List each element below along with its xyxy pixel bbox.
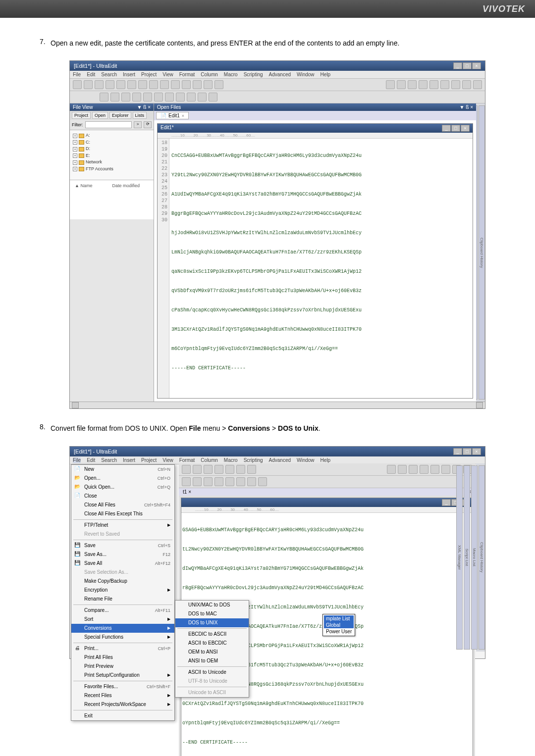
tab-close-icon[interactable]: × (188, 489, 191, 495)
tree-item[interactable]: +FTP Accounts (73, 166, 151, 173)
menu-item[interactable]: Format (179, 72, 195, 77)
toolbar-button[interactable] (73, 80, 82, 89)
side-tab[interactable]: Project (72, 112, 91, 119)
menu-item[interactable]: Sort▶ (71, 615, 174, 624)
expand-icon[interactable]: + (73, 167, 77, 171)
menu-item[interactable]: Rename File (71, 595, 174, 604)
toolbar-button[interactable] (132, 93, 141, 101)
close-button[interactable]: × (472, 448, 481, 455)
menu-item[interactable]: Window (297, 72, 315, 77)
toolbar-button[interactable] (116, 80, 125, 89)
menu-item[interactable]: Project (141, 72, 157, 77)
toolbar-button[interactable] (182, 477, 191, 486)
submenu-item[interactable]: ASCII to Unicode (175, 668, 249, 677)
toolbar-button[interactable] (127, 80, 136, 89)
menu-item[interactable]: Recent Projects/WorkSpace▶ (71, 700, 174, 709)
menu-item[interactable]: Search (101, 457, 117, 463)
toolbar-button[interactable] (193, 80, 202, 89)
minimize-button[interactable]: _ (453, 62, 462, 69)
menu-item[interactable]: Scripting (244, 72, 263, 77)
menu-item[interactable]: 📄NewCtrl+N (71, 465, 174, 474)
menu-item[interactable]: 💾Save As...F12 (71, 550, 174, 559)
go-button[interactable]: > (134, 121, 142, 128)
toolbar-button[interactable] (409, 465, 418, 474)
menu-item[interactable]: Conversions▶ (71, 624, 174, 633)
maximize-button[interactable]: □ (451, 125, 460, 132)
toolbar-button[interactable] (187, 93, 196, 101)
toolbar-button[interactable] (204, 477, 213, 486)
toolbar-button[interactable] (214, 80, 223, 89)
toolbar-button[interactable] (138, 80, 147, 89)
toolbar-button[interactable] (182, 465, 191, 474)
menu-item[interactable]: File (73, 72, 81, 77)
toolbar-button[interactable] (236, 465, 245, 474)
toolbar-button[interactable] (398, 465, 407, 474)
toolbar-button[interactable] (225, 465, 234, 474)
menu-item[interactable]: View (162, 457, 173, 463)
menu-item[interactable]: Help (321, 457, 331, 463)
toolbar-button[interactable] (121, 93, 130, 101)
popup-item[interactable]: Power User (324, 628, 354, 635)
toolbar-button[interactable] (100, 93, 108, 101)
side-tab[interactable]: Open (92, 112, 108, 119)
right-tab[interactable]: Script List (464, 465, 470, 650)
menu-item[interactable]: File (73, 457, 81, 463)
side-tab[interactable]: Explorer (109, 112, 131, 119)
minimize-button[interactable]: _ (453, 448, 462, 455)
maximize-button[interactable]: □ (463, 62, 472, 69)
menu-item[interactable]: Advanced (269, 457, 291, 463)
toolbar-button[interactable] (419, 80, 428, 89)
code-text[interactable]: CnCCSAGG+EUBBxUwMTAvBggrBgEFBQcCARYjaHR0… (169, 139, 364, 398)
panel-buttons[interactable]: ▼ ß × (460, 104, 473, 110)
toolbar-button[interactable] (149, 80, 158, 89)
scroll-left-icon[interactable] (72, 402, 79, 408)
tree-item[interactable]: +C: (73, 139, 151, 146)
menu-item[interactable]: Help (321, 72, 331, 77)
toolbar-button[interactable] (387, 465, 396, 474)
code-area[interactable]: 18 19 20 21 22 23 24 25 26 27 28 29 (158, 139, 473, 398)
submenu-item[interactable]: ASCII to EBCDIC (175, 639, 249, 648)
menu-item[interactable]: Advanced (269, 72, 291, 77)
toolbar-button[interactable] (236, 477, 245, 486)
menu-item[interactable]: Project (141, 457, 157, 463)
toolbar-button[interactable] (176, 93, 185, 101)
refresh-button[interactable]: ⟳ (144, 121, 152, 128)
menu-item[interactable]: 📄Close (71, 492, 174, 501)
menu-item[interactable]: Macro (224, 72, 238, 77)
menu-item[interactable]: 💾Save AllAlt+F12 (71, 559, 174, 568)
menu-item[interactable]: 📂Quick Open...Ctrl+Q (71, 483, 174, 492)
submenu-item[interactable]: ANSI to OEM (175, 656, 249, 665)
close-button[interactable]: × (461, 125, 470, 132)
toolbar-button[interactable] (386, 80, 395, 89)
menu-item[interactable]: Close All FilesCtrl+Shift+F4 (71, 501, 174, 509)
submenu-item[interactable]: DOS to UNIX (175, 618, 249, 627)
menu-item[interactable]: Print Setup/Configuration▶ (71, 671, 174, 680)
toolbar-button[interactable] (441, 465, 450, 474)
panel-buttons[interactable]: ▼ ß × (137, 104, 151, 110)
submenu-item[interactable]: DOS to MAC (175, 609, 249, 618)
toolbar-button[interactable] (154, 93, 163, 101)
expand-icon[interactable]: + (73, 134, 77, 138)
toolbar-button[interactable] (204, 465, 213, 474)
toolbar-button[interactable] (397, 80, 406, 89)
tree-item[interactable]: +Network (73, 159, 151, 166)
toolbar-button[interactable] (110, 93, 119, 101)
submenu-item[interactable]: UNIX/MAC to DOS (175, 601, 249, 609)
editor-tab[interactable]: 📄 Edit1 × (156, 112, 189, 119)
toolbar-button[interactable] (214, 465, 223, 474)
menu-item[interactable]: Edit (87, 457, 95, 463)
toolbar-button[interactable] (247, 477, 256, 486)
tree-item[interactable]: +D: (73, 146, 151, 152)
toolbar-button[interactable] (160, 80, 169, 89)
minimize-button[interactable]: _ (442, 125, 451, 132)
menu-item[interactable]: View (162, 72, 173, 77)
menu-item[interactable]: Print Preview (71, 662, 174, 671)
menu-item[interactable]: Exit (71, 711, 174, 720)
menu-item[interactable]: 📂Open...Ctrl+O (71, 474, 174, 483)
menu-item[interactable]: Column (201, 72, 217, 77)
submenu-item[interactable]: OEM to ANSI (175, 648, 249, 656)
toolbar-button[interactable] (171, 80, 180, 89)
toolbar-button[interactable] (182, 80, 191, 89)
toolbar-button[interactable] (451, 80, 460, 89)
submenu-item[interactable]: EBCDIC to ASCII (175, 630, 249, 639)
